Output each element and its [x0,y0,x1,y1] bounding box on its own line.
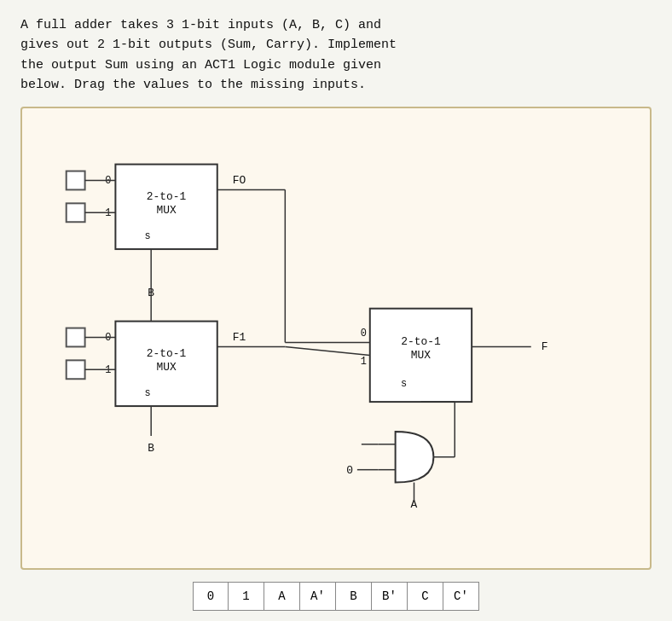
svg-text:MUX: MUX [156,361,176,374]
svg-text:0: 0 [361,328,367,340]
svg-text:2-to-1: 2-to-1 [401,335,441,348]
svg-line-28 [285,346,369,355]
svg-text:s: s [401,378,407,390]
description: A full adder takes 3 1-bit inputs (A, B,… [20,15,652,95]
svg-text:1: 1 [361,356,367,368]
svg-text:1: 1 [105,364,111,376]
svg-text:FO: FO [233,174,246,187]
svg-rect-20 [67,328,85,347]
token-bar: 01AA'BB'CC' [20,582,652,611]
svg-rect-4 [67,171,85,190]
token-Cprime[interactable]: C' [443,582,479,611]
svg-text:0: 0 [105,175,111,187]
svg-text:MUX: MUX [156,204,176,217]
svg-rect-5 [67,203,85,222]
svg-text:F1: F1 [233,331,246,344]
svg-text:2-to-1: 2-to-1 [147,190,187,203]
token-Aprime[interactable]: A' [300,582,336,611]
diagram-area: 2-to-1 MUX s 0 1 FO B 2-to-1 MUX s [20,107,652,570]
token-0[interactable]: 0 [193,582,229,611]
token-A[interactable]: A [264,582,300,611]
svg-text:s: s [145,230,151,242]
token-B[interactable]: B [336,582,372,611]
svg-rect-21 [67,360,85,379]
token-1[interactable]: 1 [229,582,264,611]
token-C[interactable]: C [408,582,443,611]
svg-text:1: 1 [105,207,111,219]
svg-text:F: F [542,340,548,353]
svg-text:B: B [148,442,154,455]
svg-text:2-to-1: 2-to-1 [147,347,187,360]
svg-text:0: 0 [105,332,111,344]
svg-text:0: 0 [346,464,353,477]
token-Bprime[interactable]: B' [372,582,408,611]
svg-text:s: s [145,387,151,399]
svg-text:MUX: MUX [411,349,431,362]
